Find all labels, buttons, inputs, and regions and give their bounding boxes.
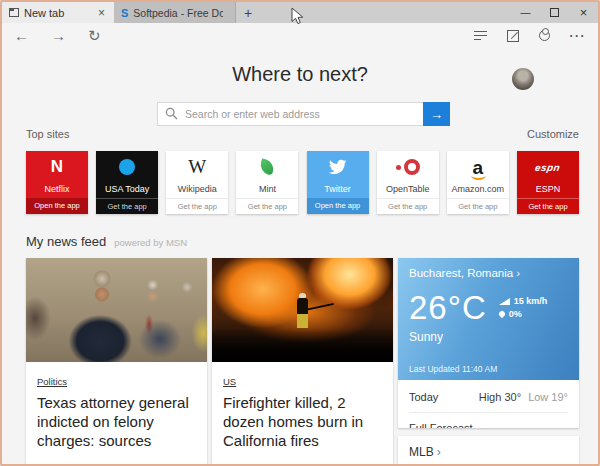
- weather-stats: 15 km/h 0%: [499, 296, 548, 324]
- article-card-us[interactable]: US Firefighter killed, 2 dozen homes bur…: [212, 258, 393, 466]
- maximize-icon: [550, 8, 559, 17]
- close-tab-icon[interactable]: ×: [96, 7, 107, 19]
- article-headline[interactable]: Texas attorney general indicted on felon…: [37, 393, 196, 451]
- tile-wikipedia[interactable]: W Wikipedia Get the app: [166, 151, 228, 214]
- tile-name: USA Today: [96, 183, 158, 198]
- mint-leaf-icon: [259, 158, 276, 175]
- wind-speed: 15 km/h: [514, 296, 548, 306]
- weather-last-updated: Last Updated 11:40 AM: [409, 364, 497, 374]
- back-icon[interactable]: ←: [14, 28, 29, 43]
- opentable-logo-icon: [396, 159, 420, 175]
- tile-name: Twitter: [307, 183, 369, 198]
- browser-window: New tab × S Softpedia - Free Downloads +…: [0, 0, 600, 466]
- tile-espn[interactable]: espn ESPN Get the app: [517, 151, 579, 214]
- customize-link[interactable]: Customize: [527, 128, 579, 140]
- new-tab-button[interactable]: +: [236, 2, 260, 23]
- more-menu-icon[interactable]: ···: [570, 28, 587, 44]
- page-title: Where to next?: [2, 63, 598, 86]
- tile-name: Netflix: [26, 183, 88, 198]
- hub-lines-icon: [474, 31, 487, 41]
- precipitation-icon: [498, 310, 506, 318]
- low-temp: Low 19°: [528, 391, 568, 403]
- weather-location-link[interactable]: Bucharest, Romania›: [409, 267, 568, 279]
- tile-action[interactable]: Get the app: [377, 198, 439, 214]
- high-temp: High 30°: [479, 391, 521, 403]
- tile-action[interactable]: Get the app: [96, 198, 158, 214]
- share-icon[interactable]: [539, 28, 550, 44]
- full-forecast-link[interactable]: Full Forecast: [409, 413, 568, 428]
- tile-action[interactable]: Open the app: [26, 198, 88, 214]
- tab-title: Softpedia - Free Downloads: [133, 7, 223, 19]
- search-bar: →: [157, 102, 450, 126]
- mouse-cursor: [291, 7, 304, 25]
- avatar[interactable]: [512, 68, 534, 90]
- weather-forecast-section: Today High 30° Low 19° Full Forecast: [398, 380, 579, 428]
- refresh-icon[interactable]: ↻: [88, 28, 101, 43]
- news-feed-title: My news feed: [26, 234, 106, 249]
- search-icon: [165, 107, 178, 120]
- softpedia-favicon-icon: S: [121, 7, 128, 19]
- tile-amazon[interactable]: a Amazon.com Get the app: [447, 151, 509, 214]
- chevron-right-icon: ›: [516, 267, 520, 279]
- share-circle-icon: [539, 30, 550, 41]
- article-image: [26, 258, 207, 362]
- precipitation-value: 0%: [509, 309, 522, 319]
- weather-card[interactable]: Bucharest, Romania› 26°C 15 km/h 0% Sunn…: [398, 258, 579, 428]
- forward-icon[interactable]: →: [51, 28, 66, 43]
- twitter-bird-icon: [328, 159, 347, 175]
- tile-twitter[interactable]: Twitter Open the app: [307, 151, 369, 214]
- tile-action[interactable]: Get the app: [236, 198, 298, 214]
- minimize-button[interactable]: —: [511, 2, 540, 23]
- mlb-label: MLB: [409, 445, 434, 459]
- article-image: [212, 258, 393, 362]
- top-sites-row: N Netflix Open the app USA Today Get the…: [26, 151, 579, 214]
- tile-opentable[interactable]: OpenTable Get the app: [377, 151, 439, 214]
- usa-today-logo-icon: [119, 159, 135, 175]
- article-category-link[interactable]: US: [223, 376, 236, 387]
- weather-temperature: 26°C: [409, 291, 487, 324]
- tile-action[interactable]: Get the app: [447, 198, 509, 214]
- news-row: Politics Texas attorney general indicted…: [26, 258, 579, 466]
- pen-square-icon: [507, 30, 519, 42]
- wind-icon: [499, 298, 510, 305]
- tile-action[interactable]: Get the app: [166, 198, 228, 214]
- tile-netflix[interactable]: N Netflix Open the app: [26, 151, 88, 214]
- top-sites-label: Top sites: [26, 128, 69, 140]
- weather-condition: Sunny: [409, 330, 568, 344]
- hub-icon[interactable]: [474, 28, 487, 44]
- page-icon: [9, 8, 19, 17]
- tile-action[interactable]: Open the app: [307, 198, 369, 214]
- tile-name: Wikipedia: [166, 183, 228, 198]
- tile-name: Mint: [236, 183, 298, 198]
- article-category-link[interactable]: Politics: [37, 376, 67, 387]
- tab-softpedia[interactable]: S Softpedia - Free Downloads: [114, 2, 236, 23]
- close-window-button[interactable]: ×: [569, 2, 598, 23]
- article-snippet: Blazes raging in forests and woodlands a…: [223, 461, 382, 466]
- tile-name: OpenTable: [377, 183, 439, 198]
- search-input[interactable]: [157, 102, 423, 126]
- powered-by-label: powered by MSN: [114, 237, 187, 248]
- wikipedia-logo-icon: W: [188, 156, 206, 178]
- web-note-icon[interactable]: [507, 28, 519, 44]
- today-label: Today: [409, 391, 438, 403]
- article-headline[interactable]: Firefighter killed, 2 dozen homes burn i…: [223, 393, 382, 451]
- espn-logo-icon: espn: [534, 162, 561, 173]
- article-card-politics[interactable]: Politics Texas attorney general indicted…: [26, 258, 207, 466]
- amazon-logo-icon: a: [473, 160, 484, 175]
- netflix-logo-icon: N: [51, 157, 63, 177]
- tile-name: ESPN: [517, 183, 579, 198]
- tile-mint[interactable]: Mint Get the app: [236, 151, 298, 214]
- mlb-card[interactable]: MLB›: [398, 436, 579, 466]
- chevron-right-icon: ›: [437, 445, 441, 459]
- browser-toolbar: ← → ↻ ···: [2, 23, 598, 48]
- search-submit-button[interactable]: →: [423, 102, 450, 126]
- maximize-button[interactable]: [540, 2, 569, 23]
- weather-current: Bucharest, Romania› 26°C 15 km/h 0% Sunn…: [398, 258, 579, 380]
- tab-new-tab[interactable]: New tab ×: [2, 2, 114, 23]
- tile-name: Amazon.com: [447, 183, 509, 198]
- tile-action[interactable]: Get the app: [517, 198, 579, 214]
- widgets-column: Bucharest, Romania› 26°C 15 km/h 0% Sunn…: [398, 258, 579, 466]
- tab-title: New tab: [24, 7, 91, 19]
- window-controls: — ×: [511, 2, 598, 23]
- tile-usa-today[interactable]: USA Today Get the app: [96, 151, 158, 214]
